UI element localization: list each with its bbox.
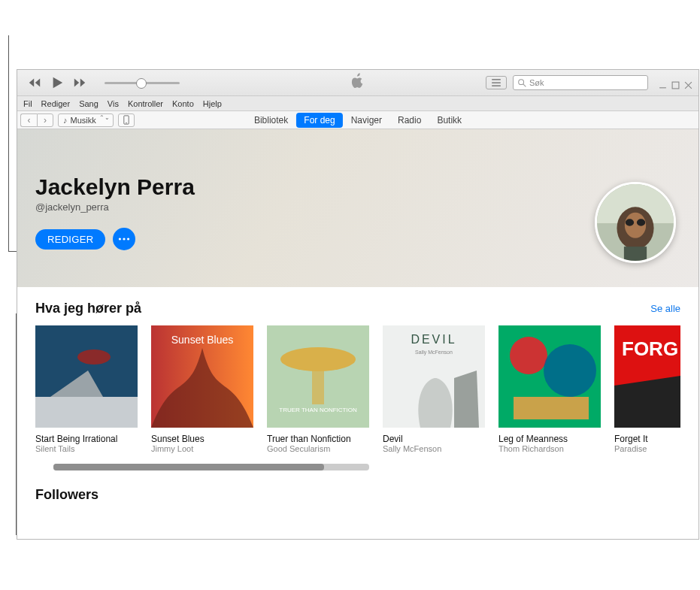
close-button[interactable] <box>684 79 692 87</box>
avatar[interactable] <box>595 182 676 263</box>
svg-rect-13 <box>624 247 647 261</box>
album-tile[interactable]: Start Being Irrational Silent Tails <box>35 325 138 455</box>
menu-rediger[interactable]: Rediger <box>37 99 75 108</box>
album-tile[interactable]: Leg of Meanness Thom Richardson <box>498 325 601 455</box>
window-controls <box>659 79 692 87</box>
album-artist: Jimmy Loot <box>151 444 253 454</box>
app-window: Søk Fil Rediger Sang Vis Kontroller Kont… <box>17 69 699 540</box>
svg-point-29 <box>510 337 547 374</box>
svg-point-17 <box>77 349 111 365</box>
tab-bibliotek[interactable]: Bibliotek <box>247 113 295 128</box>
svg-rect-22 <box>312 359 324 404</box>
album-artist: Paradise <box>614 444 680 454</box>
nav-forward-button[interactable]: › <box>37 113 53 127</box>
edit-profile-button[interactable]: REDIGER <box>35 229 105 250</box>
playback-bar: Søk <box>17 70 698 96</box>
album-title: Start Being Irrational <box>35 434 138 444</box>
svg-text:Sally McFenson: Sally McFenson <box>415 349 453 356</box>
svg-text:TRUER THAN NONFICTION: TRUER THAN NONFICTION <box>279 407 357 413</box>
svg-point-30 <box>544 344 596 397</box>
queue-button[interactable] <box>486 76 507 89</box>
album-title: Truer than Nonfiction <box>267 434 369 444</box>
menu-fil[interactable]: Fil <box>19 99 37 108</box>
menu-hjelp[interactable]: Hjelp <box>198 99 226 108</box>
tab-naviger[interactable]: Naviger <box>344 113 389 128</box>
media-type-select[interactable]: ♪ Musikk <box>58 113 114 127</box>
media-type-label: Musikk <box>71 116 96 125</box>
listening-tiles: Start Being Irrational Silent Tails Suns… <box>35 325 680 455</box>
svg-rect-1 <box>672 82 679 89</box>
music-note-icon: ♪ <box>63 116 68 125</box>
svg-point-3 <box>126 123 126 123</box>
svg-point-5 <box>123 238 126 240</box>
svg-point-6 <box>127 238 129 240</box>
more-button[interactable] <box>113 228 135 250</box>
search-icon <box>518 79 526 87</box>
album-tile[interactable]: TRUER THAN NONFICTION Truer than Nonfict… <box>267 325 369 455</box>
tab-butikk[interactable]: Butikk <box>429 113 469 128</box>
volume-slider[interactable] <box>105 82 180 84</box>
followers-section: Followers <box>17 470 698 517</box>
apple-logo-icon <box>351 73 365 92</box>
album-tile[interactable]: FORG Forget It Paradise <box>614 325 680 455</box>
album-title: Forget It <box>614 434 680 444</box>
svg-text:Sunset Blues: Sunset Blues <box>171 334 234 346</box>
play-button[interactable] <box>50 76 64 89</box>
listening-section: Hva jeg hører på Se alle Start Being Irr… <box>17 287 698 470</box>
profile-handle: @jackelyn_perra <box>35 201 680 213</box>
svg-rect-15 <box>35 397 138 428</box>
maximize-button[interactable] <box>671 79 680 87</box>
profile-name: Jackelyn Perra <box>35 174 680 200</box>
album-title: Devil <box>383 434 485 444</box>
listening-title: Hva jeg hører på <box>35 301 141 316</box>
horizontal-scrollbar[interactable] <box>53 464 369 470</box>
tab-for-deg[interactable]: For deg <box>296 113 342 128</box>
next-button[interactable] <box>73 76 86 89</box>
content-scroll[interactable]: Jackelyn Perra @jackelyn_perra REDIGER <box>17 129 698 539</box>
album-tile[interactable]: DEVILSally McFenson Devil Sally McFenson <box>383 325 485 455</box>
svg-rect-31 <box>514 397 589 419</box>
album-artist: Silent Tails <box>35 444 138 454</box>
profile-hero: Jackelyn Perra @jackelyn_perra REDIGER <box>17 129 698 287</box>
toolbar: ‹ › ♪ Musikk Bibliotek For deg Naviger R… <box>17 111 698 129</box>
album-artist: Good Secularism <box>267 444 369 454</box>
followers-title: Followers <box>35 487 680 503</box>
svg-marker-27 <box>454 371 479 428</box>
svg-point-12 <box>637 219 645 225</box>
menu-sang[interactable]: Sang <box>74 99 103 108</box>
search-input[interactable]: Søk <box>513 75 648 90</box>
device-button[interactable] <box>118 113 135 127</box>
menu-kontroller[interactable]: Kontroller <box>123 99 168 108</box>
nav-tabs: Bibliotek For deg Naviger Radio Butikk <box>247 113 469 128</box>
svg-point-4 <box>119 238 121 240</box>
album-title: Leg of Meanness <box>498 434 601 444</box>
prev-button[interactable] <box>28 76 41 89</box>
svg-point-0 <box>519 79 524 84</box>
menu-konto[interactable]: Konto <box>168 99 198 108</box>
album-artist: Thom Richardson <box>498 444 601 454</box>
svg-text:DEVIL: DEVIL <box>411 333 456 346</box>
see-all-link[interactable]: Se alle <box>650 303 680 314</box>
search-placeholder: Søk <box>529 78 544 87</box>
album-title: Sunset Blues <box>151 434 253 444</box>
menu-vis[interactable]: Vis <box>103 99 123 108</box>
svg-text:FORG: FORG <box>622 337 678 360</box>
menu-bar: Fil Rediger Sang Vis Kontroller Konto Hj… <box>17 96 698 111</box>
album-artist: Sally McFenson <box>383 444 485 454</box>
tab-radio[interactable]: Radio <box>390 113 429 128</box>
svg-point-11 <box>626 219 634 225</box>
album-tile[interactable]: Sunset Blues Sunset Blues Jimmy Loot <box>151 325 253 455</box>
minimize-button[interactable] <box>659 79 667 87</box>
ellipsis-icon <box>118 237 130 241</box>
nav-back-button[interactable]: ‹ <box>20 113 37 127</box>
